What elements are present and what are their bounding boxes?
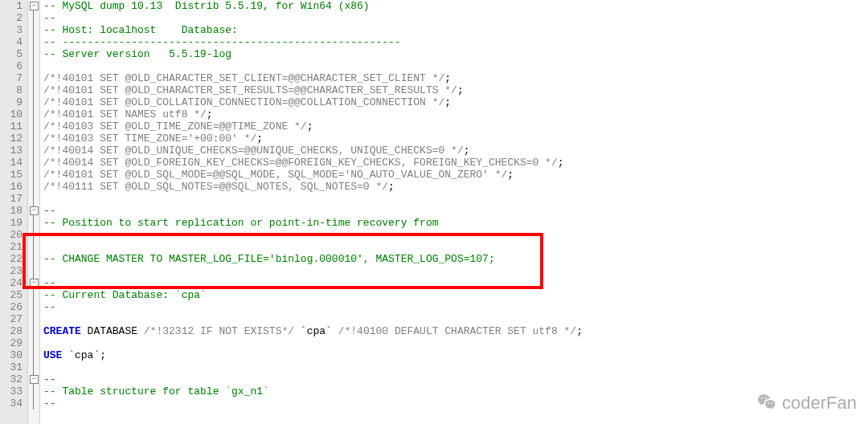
code-line[interactable] (43, 241, 868, 253)
code-line[interactable]: /*!40111 SET @OLD_SQL_NOTES=@@SQL_NOTES,… (43, 181, 868, 193)
line-number: 29 (0, 337, 23, 349)
line-number: 30 (0, 349, 23, 361)
line-number: 21 (0, 241, 23, 253)
code-token: -- (43, 12, 56, 24)
code-line[interactable]: /*!40103 SET @OLD_TIME_ZONE=@@TIME_ZONE … (43, 120, 868, 132)
code-token: ; (307, 120, 313, 132)
code-token: -- (43, 301, 56, 313)
line-number: 27 (0, 313, 23, 325)
code-line[interactable]: -- -------------------------------------… (43, 36, 868, 48)
code-token: /*!32312 IF NOT EXISTS*/ (144, 325, 294, 337)
code-line[interactable]: -- Server version 5.5.19-log (43, 48, 868, 60)
code-line[interactable]: /*!40101 SET @OLD_COLLATION_CONNECTION=@… (43, 96, 868, 108)
code-token: ; (444, 72, 451, 84)
code-line[interactable]: -- (43, 277, 868, 289)
line-number: 6 (0, 60, 23, 72)
line-number: 26 (0, 301, 23, 313)
line-number: 28 (0, 325, 23, 337)
line-number: 5 (0, 48, 23, 60)
code-token: -- (43, 277, 56, 289)
code-line[interactable]: -- (43, 229, 868, 241)
code-token: `cpa`; (62, 349, 106, 361)
line-number: 32 (0, 373, 23, 385)
code-line[interactable] (43, 337, 868, 349)
line-number: 24 (0, 277, 23, 289)
code-token: ; (256, 132, 263, 145)
code-token: -- -------------------------------------… (43, 36, 401, 48)
code-token: -- (43, 229, 56, 241)
code-line[interactable] (43, 313, 868, 325)
line-number: 31 (0, 361, 23, 373)
code-token: /*!40101 SET @OLD_CHARACTER_SET_RESULTS=… (43, 84, 457, 96)
code-token: /*!40103 SET @OLD_TIME_ZONE=@@TIME_ZONE … (43, 120, 307, 132)
code-line[interactable]: -- Table structure for table `gx_n1` (43, 385, 868, 398)
code-line[interactable]: /*!40014 SET @OLD_FOREIGN_KEY_CHECKS=@@F… (43, 157, 868, 169)
code-line[interactable]: -- (43, 205, 868, 217)
code-token: -- (43, 205, 56, 217)
line-number: 16 (0, 181, 23, 193)
code-line[interactable]: -- Host: localhost Database: (43, 24, 868, 36)
code-token: USE (43, 349, 62, 361)
code-line[interactable]: CREATE DATABASE /*!32312 IF NOT EXISTS*/… (43, 325, 868, 337)
code-line[interactable]: -- CHANGE MASTER TO MASTER_LOG_FILE='bin… (43, 253, 868, 265)
code-line[interactable]: /*!40101 SET @OLD_CHARACTER_SET_RESULTS=… (43, 84, 868, 96)
code-area[interactable]: -- MySQL dump 10.13 Distrib 5.5.19, for … (40, 0, 868, 424)
code-token: `cpa` (294, 325, 338, 337)
watermark: coderFan (756, 392, 857, 413)
code-line[interactable]: -- (43, 301, 868, 313)
code-line[interactable]: /*!40101 SET NAMES utf8 */; (43, 108, 868, 120)
line-number: 8 (0, 84, 23, 96)
code-token: -- Table structure for table `gx_n1` (43, 385, 269, 398)
watermark-text: coderFan (782, 397, 857, 409)
line-number-gutter: 1234567891011121314151617181920212223242… (0, 0, 28, 424)
fold-column (28, 0, 40, 424)
line-number: 9 (0, 96, 23, 108)
line-number: 4 (0, 36, 23, 48)
code-token: -- (43, 373, 56, 385)
line-number: 25 (0, 289, 23, 301)
line-number: 3 (0, 24, 23, 36)
code-line[interactable] (43, 193, 868, 205)
code-line[interactable]: -- (43, 373, 868, 385)
code-token: /*!40014 SET @OLD_UNIQUE_CHECKS=@@UNIQUE… (43, 145, 464, 157)
code-line[interactable]: /*!40014 SET @OLD_UNIQUE_CHECKS=@@UNIQUE… (43, 145, 868, 157)
wechat-icon (756, 392, 777, 413)
code-line[interactable] (43, 265, 868, 277)
code-token: -- (43, 398, 56, 410)
code-token: CREATE (43, 325, 81, 337)
code-token: /*!40111 SET @OLD_SQL_NOTES=@@SQL_NOTES,… (43, 181, 388, 193)
code-token: -- Host: localhost Database: (43, 24, 238, 36)
code-token: ; (464, 145, 470, 157)
line-number: 2 (0, 12, 23, 24)
code-line[interactable]: USE `cpa`; (43, 349, 868, 361)
code-token: -- Current Database: `cpa` (43, 289, 207, 301)
fold-toggle-icon[interactable] (30, 2, 39, 10)
code-token: -- Position to start replication or poin… (43, 217, 438, 229)
line-number: 22 (0, 253, 23, 265)
code-line[interactable]: -- MySQL dump 10.13 Distrib 5.5.19, for … (43, 0, 868, 12)
code-line[interactable]: /*!40101 SET @OLD_CHARACTER_SET_CLIENT=@… (43, 72, 868, 84)
code-token: -- MySQL dump 10.13 Distrib 5.5.19, for … (43, 0, 370, 12)
fold-toggle-icon[interactable] (30, 375, 39, 384)
code-line[interactable]: -- (43, 12, 868, 24)
code-token: ; (457, 84, 464, 96)
code-line[interactable] (43, 361, 868, 373)
line-number: 20 (0, 229, 23, 241)
code-line[interactable]: -- (43, 398, 868, 410)
code-token: /*!40103 SET TIME_ZONE='+00:00' */ (43, 132, 256, 145)
code-line[interactable]: -- Current Database: `cpa` (43, 289, 868, 301)
fold-toggle-icon[interactable] (30, 279, 39, 287)
line-number: 12 (0, 132, 23, 145)
code-line[interactable]: /*!40101 SET @OLD_SQL_MODE=@@SQL_MODE, S… (43, 169, 868, 181)
fold-toggle-icon[interactable] (30, 206, 39, 215)
code-line[interactable]: /*!40103 SET TIME_ZONE='+00:00' */; (43, 132, 868, 145)
line-number: 18 (0, 205, 23, 217)
line-number: 15 (0, 169, 23, 181)
code-line[interactable] (43, 60, 868, 72)
code-line[interactable]: -- Position to start replication or poin… (43, 217, 868, 229)
line-number: 19 (0, 217, 23, 229)
code-token: /*!40101 SET @OLD_COLLATION_CONNECTION=@… (43, 96, 444, 108)
code-token: /*!40014 SET @OLD_FOREIGN_KEY_CHECKS=@@F… (43, 157, 558, 169)
code-token: /*!40101 SET NAMES utf8 */ (43, 108, 207, 120)
code-editor: 1234567891011121314151617181920212223242… (0, 0, 868, 424)
